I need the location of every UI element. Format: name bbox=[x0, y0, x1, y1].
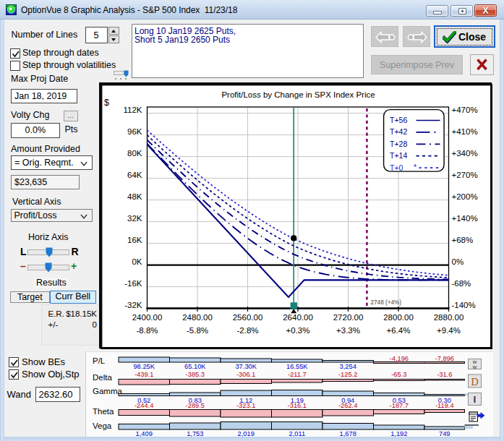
svg-text:-262.4: -262.4 bbox=[338, 402, 357, 409]
svg-text:112K: 112K bbox=[123, 106, 142, 114]
svg-text:80K: 80K bbox=[127, 149, 142, 158]
svg-text:Vega: Vega bbox=[93, 421, 112, 430]
svg-text:T+56: T+56 bbox=[390, 116, 407, 124]
svg-text:1,678: 1,678 bbox=[340, 430, 356, 437]
svg-text:1,192: 1,192 bbox=[390, 430, 407, 437]
svg-text:16.55K: 16.55K bbox=[286, 363, 308, 370]
svg-text:T+42: T+42 bbox=[390, 127, 407, 136]
svg-text:+470%: +470% bbox=[452, 106, 478, 114]
svg-text:32K: 32K bbox=[127, 214, 142, 223]
svg-text:-2.8%: -2.8% bbox=[236, 326, 258, 335]
svg-text:3,254: 3,254 bbox=[340, 363, 356, 370]
svg-text:-385.3: -385.3 bbox=[186, 371, 205, 378]
svg-text:749: 749 bbox=[439, 430, 450, 437]
svg-text:-65.3: -65.3 bbox=[391, 371, 406, 378]
svg-text:-68%: -68% bbox=[452, 279, 471, 288]
svg-text:*: * bbox=[414, 163, 417, 171]
svg-text:T+14: T+14 bbox=[390, 151, 407, 160]
svg-text:+9.4%: +9.4% bbox=[437, 326, 461, 335]
svg-text:-244.4: -244.4 bbox=[134, 402, 153, 409]
svg-text:-306.1: -306.1 bbox=[236, 371, 255, 378]
svg-text:2800.00: 2800.00 bbox=[383, 313, 414, 322]
svg-text:-32K: -32K bbox=[124, 301, 142, 309]
svg-text:-289.5: -289.5 bbox=[186, 402, 205, 409]
svg-text:-7,896: -7,896 bbox=[435, 355, 454, 362]
svg-text:37.30K: 37.30K bbox=[235, 363, 257, 370]
svg-text:-4,196: -4,196 bbox=[390, 355, 409, 362]
svg-text:96K: 96K bbox=[127, 127, 142, 136]
svg-text:65.10K: 65.10K bbox=[184, 363, 206, 370]
svg-text:-140%: -140% bbox=[452, 301, 476, 309]
svg-text:-8.8%: -8.8% bbox=[136, 326, 158, 335]
svg-text:T+0: T+0 bbox=[390, 163, 403, 172]
svg-text:-316.1: -316.1 bbox=[288, 402, 307, 409]
svg-text:Theta: Theta bbox=[93, 407, 114, 416]
svg-text:64K: 64K bbox=[127, 171, 142, 179]
svg-text:1,409: 1,409 bbox=[136, 430, 153, 437]
svg-text:1,753: 1,753 bbox=[187, 430, 203, 437]
svg-text:2560.00: 2560.00 bbox=[233, 313, 263, 322]
svg-text:98.25K: 98.25K bbox=[133, 363, 155, 370]
svg-text:$: $ bbox=[104, 98, 109, 108]
svg-text:+140%: +140% bbox=[452, 214, 478, 223]
svg-text:+270%: +270% bbox=[452, 171, 478, 179]
svg-text:16K: 16K bbox=[127, 236, 142, 244]
svg-text:-439.1: -439.1 bbox=[134, 371, 153, 378]
svg-text:+6.4%: +6.4% bbox=[387, 326, 411, 335]
svg-text:-31.6: -31.6 bbox=[437, 371, 452, 378]
svg-text:48K: 48K bbox=[127, 192, 142, 201]
svg-text:+340%: +340% bbox=[452, 149, 478, 158]
svg-text:0%: 0% bbox=[452, 257, 464, 266]
svg-text:2,019: 2,019 bbox=[238, 430, 255, 437]
svg-text:-125.2: -125.2 bbox=[338, 371, 357, 378]
svg-text:Delta: Delta bbox=[93, 373, 112, 382]
svg-text:+200%: +200% bbox=[452, 192, 478, 201]
svg-text:D: D bbox=[471, 377, 478, 388]
svg-text:Profit/Loss by Change in SPX I: Profit/Loss by Change in SPX Index Price bbox=[221, 90, 375, 99]
svg-text:-187.7: -187.7 bbox=[390, 402, 409, 409]
svg-text:Gamma: Gamma bbox=[93, 387, 123, 395]
svg-text:-211.7: -211.7 bbox=[288, 371, 307, 378]
svg-text:I: I bbox=[474, 394, 477, 405]
svg-text:+68%: +68% bbox=[452, 236, 474, 244]
svg-text:+0.3%: +0.3% bbox=[286, 326, 310, 335]
svg-text:2880.00: 2880.00 bbox=[434, 313, 464, 322]
svg-text:2,011: 2,011 bbox=[289, 430, 306, 437]
svg-text:+410%: +410% bbox=[452, 127, 478, 136]
svg-text:2400.00: 2400.00 bbox=[132, 313, 163, 322]
svg-text:-323.1: -323.1 bbox=[236, 402, 255, 409]
svg-text:2640.00: 2640.00 bbox=[283, 313, 313, 322]
svg-text:P/L: P/L bbox=[93, 356, 106, 365]
svg-text:-119.4: -119.4 bbox=[435, 402, 454, 409]
svg-text:2748 (+4%): 2748 (+4%) bbox=[371, 299, 402, 306]
svg-text:2480.00: 2480.00 bbox=[182, 313, 213, 322]
svg-text:-16K: -16K bbox=[124, 279, 142, 288]
svg-text:0K: 0K bbox=[132, 257, 142, 266]
svg-text:+3.3%: +3.3% bbox=[336, 326, 360, 335]
svg-text:2720.00: 2720.00 bbox=[333, 313, 364, 322]
svg-text:T+28: T+28 bbox=[390, 140, 407, 148]
svg-text:w: w bbox=[472, 364, 477, 370]
svg-text:-5.8%: -5.8% bbox=[187, 326, 208, 335]
